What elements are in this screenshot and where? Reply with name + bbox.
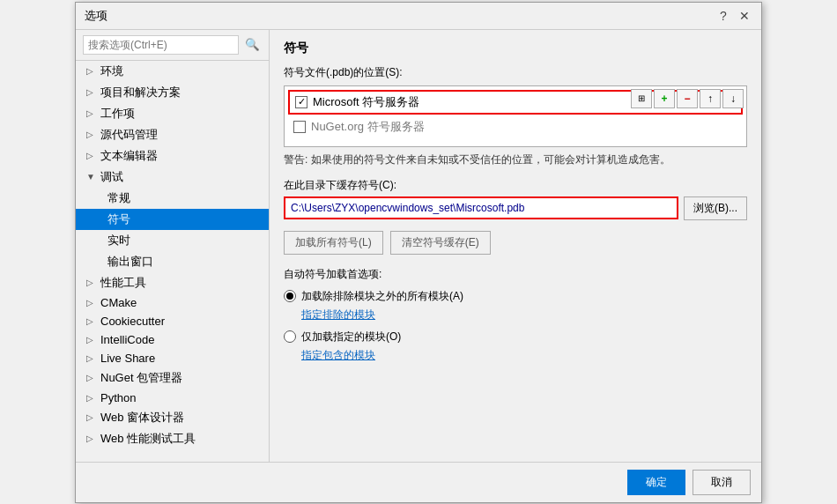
auto-load-section: 自动符号加载首选项: 加载除排除模块之外的所有模块(A) 指定排除的模块 仅加载…	[284, 267, 747, 363]
warning-text: 警告: 如果使用的符号文件来自未知或不受信任的位置，可能会对计算机造成危害。	[284, 152, 747, 167]
tree-container: ▷环境▷项目和解决方案▷工作项▷源代码管理▷文本编辑器▼调试常规符号实时输出窗口…	[76, 61, 269, 462]
radio-0[interactable]	[284, 290, 296, 302]
tree-item-11[interactable]: ▷CMake	[76, 293, 269, 312]
left-panel: 🔍 ▷环境▷项目和解决方案▷工作项▷源代码管理▷文本编辑器▼调试常规符号实时输出…	[76, 30, 270, 462]
help-button[interactable]: ?	[715, 8, 731, 24]
tree-item-10[interactable]: ▷性能工具	[76, 272, 269, 293]
browse-button[interactable]: 浏览(B)...	[684, 196, 747, 220]
cache-dir-section: 在此目录下缓存符号(C): C:\Users\ZYX\opencvwindows…	[284, 178, 747, 220]
auto-load-title: 自动符号加载首选项:	[284, 267, 747, 282]
move-up-button[interactable]: ↑	[700, 89, 721, 108]
tree-item-7[interactable]: 符号	[76, 209, 269, 230]
tree-item-18[interactable]: ▷Web 性能测试工具	[76, 428, 269, 449]
search-box: 🔍	[76, 30, 269, 61]
search-button[interactable]: 🔍	[242, 35, 262, 55]
right-panel: 符号 符号文件(.pdb)的位置(S): ⊞ + − ↑ ↓ Microsoft…	[270, 30, 761, 462]
tree-item-8[interactable]: 实时	[76, 230, 269, 251]
confirm-button[interactable]: 确定	[627, 470, 685, 495]
toolbar: ⊞ + − ↑ ↓	[631, 89, 744, 108]
cache-dir-label: 在此目录下缓存符号(C):	[284, 178, 747, 193]
radio-label-1: 仅加载指定的模块(O)	[301, 330, 401, 345]
tree-scroll[interactable]: ▷环境▷项目和解决方案▷工作项▷源代码管理▷文本编辑器▼调试常规符号实时输出窗口…	[76, 61, 269, 462]
dir-row: C:\Users\ZYX\opencvwindows_set\Misrcosof…	[284, 196, 747, 220]
action-row: 加载所有符号(L) 清空符号缓存(E)	[284, 231, 747, 255]
tree-item-5[interactable]: ▼调试	[76, 167, 269, 188]
radio-row-0[interactable]: 加载除排除模块之外的所有模块(A)	[284, 289, 747, 304]
tree-item-6[interactable]: 常规	[76, 188, 269, 209]
tree-item-1[interactable]: ▷项目和解决方案	[76, 82, 269, 103]
tree-item-16[interactable]: ▷Python	[76, 389, 269, 407]
checkbox-0[interactable]	[295, 96, 307, 108]
symbol-server-label-0: Microsoft 符号服务器	[313, 94, 419, 110]
tree-item-17[interactable]: ▷Web 窗体设计器	[76, 407, 269, 428]
add-button[interactable]: +	[654, 89, 675, 108]
symbol-files-label: 符号文件(.pdb)的位置(S):	[284, 65, 747, 80]
checkbox-1[interactable]	[293, 121, 306, 133]
title-bar-buttons: ? ✕	[715, 8, 752, 24]
dialog-body: 🔍 ▷环境▷项目和解决方案▷工作项▷源代码管理▷文本编辑器▼调试常规符号实时输出…	[76, 30, 761, 462]
include-link[interactable]: 指定包含的模块	[301, 348, 747, 363]
tree-item-15[interactable]: ▷NuGet 包管理器	[76, 367, 269, 389]
tree-item-12[interactable]: ▷Cookiecutter	[76, 312, 269, 330]
clear-cache-button[interactable]: 清空符号缓存(E)	[390, 231, 491, 255]
tree-item-0[interactable]: ▷环境	[76, 61, 269, 82]
dialog-footer: 确定 取消	[76, 462, 761, 502]
exclude-link[interactable]: 指定排除的模块	[301, 308, 747, 322]
title-bar: 选项 ? ✕	[76, 3, 761, 30]
tree-item-14[interactable]: ▷Live Share	[76, 349, 269, 367]
tree-item-13[interactable]: ▷IntelliCode	[76, 330, 269, 349]
tree-item-2[interactable]: ▷工作项	[76, 103, 269, 124]
move-down-button[interactable]: ↓	[722, 89, 744, 108]
load-all-button[interactable]: 加载所有符号(L)	[284, 231, 383, 255]
symbol-server-row-1[interactable]: NuGet.org 符号服务器	[288, 116, 743, 137]
dialog-title: 选项	[85, 8, 107, 24]
grid-button[interactable]: ⊞	[631, 89, 652, 108]
radio-row-1[interactable]: 仅加载指定的模块(O)	[284, 330, 747, 345]
cache-dir-input[interactable]: C:\Users\ZYX\opencvwindows_set\Misrcosof…	[284, 196, 678, 219]
tree-item-4[interactable]: ▷文本编辑器	[76, 145, 269, 167]
section-title: 符号	[284, 41, 747, 56]
radio-label-0: 加载除排除模块之外的所有模块(A)	[301, 289, 463, 304]
tree-item-3[interactable]: ▷源代码管理	[76, 124, 269, 145]
options-dialog: 选项 ? ✕ 🔍 ▷环境▷项目和解决方案▷工作项▷源代码管理▷文本编辑器▼调试常…	[75, 2, 762, 503]
tree-item-9[interactable]: 输出窗口	[76, 251, 269, 272]
cancel-button[interactable]: 取消	[693, 470, 751, 495]
search-input[interactable]	[83, 35, 239, 55]
remove-button[interactable]: −	[677, 89, 698, 108]
close-button[interactable]: ✕	[737, 8, 752, 24]
symbol-files-area: ⊞ + − ↑ ↓ Microsoft 符号服务器 NuGet.org 符号服务…	[284, 85, 747, 147]
symbol-server-label-1: NuGet.org 符号服务器	[311, 119, 425, 135]
radio-1[interactable]	[284, 330, 296, 343]
